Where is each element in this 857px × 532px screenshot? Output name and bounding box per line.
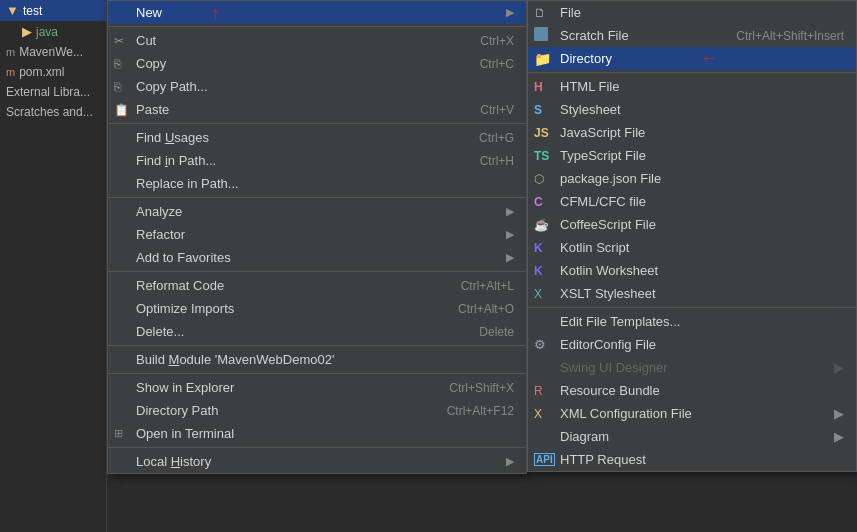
- terminal-icon: ⊞: [114, 427, 123, 440]
- menu-item-refactor[interactable]: Refactor ▶: [108, 223, 526, 246]
- submenu-item-label: Kotlin Script: [560, 240, 629, 255]
- submenu-item-file[interactable]: 🗋 File: [528, 1, 856, 24]
- submenu-item-swing-designer[interactable]: Swing UI Designer ▶: [528, 356, 856, 379]
- menu-item-label: Show in Explorer: [136, 380, 234, 395]
- ts-icon: TS: [534, 149, 549, 163]
- submenu-item-kotlin-worksheet[interactable]: K Kotlin Worksheet: [528, 259, 856, 282]
- file-icon: 🗋: [534, 6, 546, 20]
- sidebar-item-java[interactable]: ▶ java: [0, 21, 106, 42]
- menu-item-add-to-favorites[interactable]: Add to Favorites ▶: [108, 246, 526, 269]
- submenu-item-edit-templates[interactable]: Edit File Templates...: [528, 310, 856, 333]
- sidebar-item-extlibs[interactable]: External Libra...: [0, 82, 106, 102]
- kotlin-worksheet-icon: K: [534, 264, 543, 278]
- menu-item-find-usages[interactable]: Find Usages Ctrl+G: [108, 126, 526, 149]
- copy-path-icon: ⎘: [114, 80, 121, 94]
- submenu-item-coffeescript[interactable]: ☕ CoffeeScript File: [528, 213, 856, 236]
- submenu-item-cfml[interactable]: C CFML/CFC file: [528, 190, 856, 213]
- shortcut-paste: Ctrl+V: [460, 103, 514, 117]
- menu-separator: [108, 123, 526, 124]
- menu-item-open-terminal[interactable]: ⊞ Open in Terminal: [108, 422, 526, 445]
- menu-item-label: Replace in Path...: [136, 176, 239, 191]
- submenu-separator: [528, 307, 856, 308]
- sidebar-item-test[interactable]: ▼ test: [0, 0, 106, 21]
- paste-icon: 📋: [114, 103, 129, 117]
- coffee-icon: ☕: [534, 218, 549, 232]
- submenu-item-resource-bundle[interactable]: R Resource Bundle: [528, 379, 856, 402]
- menu-item-copy-path[interactable]: ⎘ Copy Path...: [108, 75, 526, 98]
- sidebar-item-label: External Libra...: [6, 85, 90, 99]
- submenu-item-html-file[interactable]: H HTML File: [528, 75, 856, 98]
- submenu-item-directory[interactable]: 📁 Directory: [528, 47, 856, 70]
- menu-item-copy[interactable]: ⎘ Copy Ctrl+C: [108, 52, 526, 75]
- menu-item-cut[interactable]: ✂ Cut Ctrl+X: [108, 29, 526, 52]
- submenu-item-label: Swing UI Designer: [560, 360, 668, 375]
- menu-item-delete[interactable]: Delete... Delete: [108, 320, 526, 343]
- kotlin-icon: K: [534, 241, 543, 255]
- menu-item-label: Paste: [136, 102, 169, 117]
- shortcut-reformat: Ctrl+Alt+L: [441, 279, 514, 293]
- sidebar: ▼ test ▶ java m MavenWe... m pom.xml Ext…: [0, 0, 107, 532]
- cut-icon: ✂: [114, 34, 124, 48]
- menu-item-directory-path[interactable]: Directory Path Ctrl+Alt+F12: [108, 399, 526, 422]
- shortcut-find-usages: Ctrl+G: [459, 131, 514, 145]
- submenu-item-http-request[interactable]: API HTTP Request: [528, 448, 856, 471]
- arrow-icon: ▶: [834, 360, 844, 375]
- menu-separator: [108, 271, 526, 272]
- submenu-item-stylesheet[interactable]: S Stylesheet: [528, 98, 856, 121]
- menu-item-label: Local History: [136, 454, 211, 469]
- submenu-item-diagram[interactable]: Diagram ▶: [528, 425, 856, 448]
- menu-item-optimize-imports[interactable]: Optimize Imports Ctrl+Alt+O: [108, 297, 526, 320]
- menu-item-label: Find in Path...: [136, 153, 216, 168]
- submenu-item-scratch-file[interactable]: Scratch File Ctrl+Alt+Shift+Insert: [528, 24, 856, 47]
- submenu-item-label: Scratch File: [560, 28, 629, 43]
- submenu-item-xml-config[interactable]: X XML Configuration File ▶: [528, 402, 856, 425]
- menu-item-reformat-code[interactable]: Reformat Code Ctrl+Alt+L: [108, 274, 526, 297]
- menu-item-new[interactable]: New ▶: [108, 1, 526, 24]
- menu-separator: [108, 197, 526, 198]
- menu-item-paste[interactable]: 📋 Paste Ctrl+V: [108, 98, 526, 121]
- menu-item-label: Delete...: [136, 324, 184, 339]
- menu-separator: [108, 345, 526, 346]
- sidebar-item-scratches[interactable]: Scratches and...: [0, 102, 106, 122]
- arrow-icon: ▶: [506, 455, 514, 468]
- submenu-item-editorconfig[interactable]: ⚙ EditorConfig File: [528, 333, 856, 356]
- menu-item-label: Cut: [136, 33, 156, 48]
- menu-item-label: Find Usages: [136, 130, 209, 145]
- sidebar-item-label: Scratches and...: [6, 105, 93, 119]
- scratch-icon: [534, 27, 548, 44]
- shortcut-scratch: Ctrl+Alt+Shift+Insert: [716, 29, 844, 43]
- maven-icon: m: [6, 46, 15, 58]
- file-icon: m: [6, 66, 15, 78]
- menu-item-analyze[interactable]: Analyze ▶: [108, 200, 526, 223]
- submenu-item-js-file[interactable]: JS JavaScript File: [528, 121, 856, 144]
- menu-item-show-explorer[interactable]: Show in Explorer Ctrl+Shift+X: [108, 376, 526, 399]
- shortcut-optimize: Ctrl+Alt+O: [438, 302, 514, 316]
- folder-icon: ▶: [22, 24, 32, 39]
- submenu-item-label: XSLT Stylesheet: [560, 286, 656, 301]
- submenu-item-package-json[interactable]: ⬡ package.json File: [528, 167, 856, 190]
- gear-icon: ⚙: [534, 337, 546, 352]
- menu-separator: [108, 373, 526, 374]
- menu-item-find-in-path[interactable]: Find in Path... Ctrl+H: [108, 149, 526, 172]
- sidebar-item-mavenwe[interactable]: m MavenWe...: [0, 42, 106, 62]
- html-icon: H: [534, 80, 543, 94]
- submenu-item-xslt[interactable]: X XSLT Stylesheet: [528, 282, 856, 305]
- js-icon: JS: [534, 126, 549, 140]
- shortcut-delete: Delete: [459, 325, 514, 339]
- arrow-icon: ▶: [506, 251, 514, 264]
- menu-item-replace-in-path[interactable]: Replace in Path...: [108, 172, 526, 195]
- menu-item-label: New: [136, 5, 162, 20]
- arrow-icon: ▶: [506, 228, 514, 241]
- sidebar-item-pomxml[interactable]: m pom.xml: [0, 62, 106, 82]
- xslt-icon: X: [534, 287, 542, 301]
- submenu-item-kotlin-script[interactable]: K Kotlin Script: [528, 236, 856, 259]
- submenu-item-label: TypeScript File: [560, 148, 646, 163]
- submenu-item-label: HTML File: [560, 79, 619, 94]
- menu-item-local-history[interactable]: Local History ▶: [108, 450, 526, 473]
- submenu-item-ts-file[interactable]: TS TypeScript File: [528, 144, 856, 167]
- menu-item-build-module[interactable]: Build Module 'MavenWebDemo02': [108, 348, 526, 371]
- menu-separator: [108, 26, 526, 27]
- context-menu-right: 🗋 File Scratch File Ctrl+Alt+Shift+Inser…: [527, 0, 857, 472]
- menu-item-label: Analyze: [136, 204, 182, 219]
- shortcut-cut: Ctrl+X: [460, 34, 514, 48]
